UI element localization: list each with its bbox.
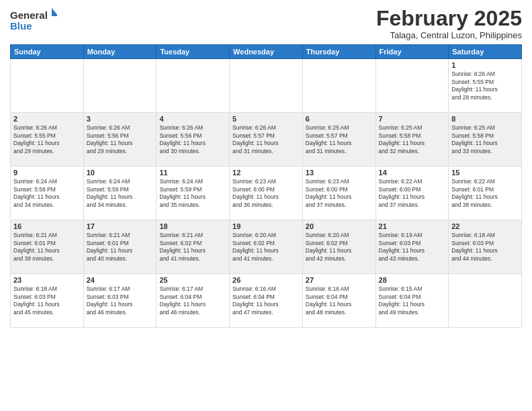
day-number: 15 — [451, 169, 519, 177]
col-header-saturday: Saturday — [449, 45, 522, 59]
day-number: 9 — [13, 169, 81, 177]
day-cell: 14Sunrise: 6:22 AMSunset: 6:00 PMDayligh… — [375, 167, 449, 220]
col-header-monday: Monday — [83, 45, 157, 59]
day-number: 28 — [379, 276, 446, 284]
month-title: February 2025 — [376, 7, 522, 30]
day-cell: 1Sunrise: 6:26 AMSunset: 5:55 PMDaylight… — [449, 59, 522, 113]
day-number: 25 — [159, 276, 226, 284]
day-cell: 24Sunrise: 6:17 AMSunset: 6:03 PMDayligh… — [83, 274, 157, 328]
day-info: Sunrise: 6:24 AMSunset: 5:58 PMDaylight:… — [13, 178, 81, 209]
day-info: Sunrise: 6:24 AMSunset: 5:59 PMDaylight:… — [87, 178, 154, 209]
day-number: 1 — [451, 61, 519, 69]
day-number: 23 — [13, 276, 81, 284]
col-header-friday: Friday — [375, 45, 449, 59]
day-cell: 22Sunrise: 6:18 AMSunset: 6:03 PMDayligh… — [449, 220, 522, 274]
day-cell: 11Sunrise: 6:24 AMSunset: 5:59 PMDayligh… — [157, 167, 230, 220]
day-number: 20 — [306, 222, 373, 230]
header: General Blue February 2025 Talaga, Centr… — [10, 7, 522, 40]
day-cell: 3Sunrise: 6:26 AMSunset: 5:56 PMDaylight… — [83, 113, 157, 167]
day-info: Sunrise: 6:16 AMSunset: 6:04 PMDaylight:… — [232, 285, 300, 316]
col-header-tuesday: Tuesday — [157, 45, 230, 59]
day-number: 12 — [232, 169, 300, 177]
day-cell: 13Sunrise: 6:23 AMSunset: 6:00 PMDayligh… — [302, 167, 375, 220]
col-header-thursday: Thursday — [302, 45, 375, 59]
day-info: Sunrise: 6:21 AMSunset: 6:01 PMDaylight:… — [87, 232, 154, 263]
day-number: 21 — [379, 222, 446, 230]
day-cell: 15Sunrise: 6:22 AMSunset: 6:01 PMDayligh… — [449, 167, 522, 220]
day-number: 17 — [87, 222, 154, 230]
day-cell — [302, 59, 375, 113]
day-number: 26 — [232, 276, 300, 284]
day-info: Sunrise: 6:18 AMSunset: 6:03 PMDaylight:… — [451, 232, 519, 263]
day-cell — [230, 59, 303, 113]
svg-text:Blue: Blue — [10, 20, 32, 32]
day-cell — [157, 59, 230, 113]
day-info: Sunrise: 6:23 AMSunset: 6:00 PMDaylight:… — [306, 178, 373, 209]
day-cell — [449, 274, 522, 328]
day-number: 3 — [87, 115, 154, 123]
day-cell — [11, 59, 84, 113]
day-number: 11 — [159, 169, 226, 177]
day-info: Sunrise: 6:21 AMSunset: 6:01 PMDaylight:… — [13, 232, 81, 263]
day-number: 4 — [159, 115, 226, 123]
day-cell: 27Sunrise: 6:16 AMSunset: 6:04 PMDayligh… — [302, 274, 375, 328]
day-info: Sunrise: 6:25 AMSunset: 5:58 PMDaylight:… — [451, 124, 519, 155]
logo: General Blue — [10, 7, 57, 34]
day-info: Sunrise: 6:24 AMSunset: 5:59 PMDaylight:… — [159, 178, 226, 209]
day-number: 10 — [87, 169, 154, 177]
day-number: 13 — [306, 169, 373, 177]
day-info: Sunrise: 6:26 AMSunset: 5:55 PMDaylight:… — [13, 124, 81, 155]
day-cell: 5Sunrise: 6:26 AMSunset: 5:57 PMDaylight… — [230, 113, 303, 167]
day-number: 7 — [379, 115, 446, 123]
day-cell — [83, 59, 157, 113]
day-number: 8 — [451, 115, 519, 123]
day-info: Sunrise: 6:15 AMSunset: 6:04 PMDaylight:… — [379, 285, 446, 316]
day-info: Sunrise: 6:17 AMSunset: 6:04 PMDaylight:… — [159, 285, 226, 316]
week-row-5: 23Sunrise: 6:18 AMSunset: 6:03 PMDayligh… — [11, 274, 522, 328]
day-info: Sunrise: 6:26 AMSunset: 5:57 PMDaylight:… — [232, 124, 300, 155]
day-cell: 23Sunrise: 6:18 AMSunset: 6:03 PMDayligh… — [11, 274, 84, 328]
day-cell: 9Sunrise: 6:24 AMSunset: 5:58 PMDaylight… — [11, 167, 84, 220]
title-block: February 2025 Talaga, Central Luzon, Phi… — [376, 7, 522, 40]
week-row-3: 9Sunrise: 6:24 AMSunset: 5:58 PMDaylight… — [11, 167, 522, 220]
col-header-wednesday: Wednesday — [230, 45, 303, 59]
page: General Blue February 2025 Talaga, Centr… — [0, 0, 532, 411]
day-number: 24 — [87, 276, 154, 284]
day-info: Sunrise: 6:21 AMSunset: 6:02 PMDaylight:… — [159, 232, 226, 263]
day-info: Sunrise: 6:16 AMSunset: 6:04 PMDaylight:… — [306, 285, 373, 316]
day-number: 6 — [306, 115, 373, 123]
day-number: 18 — [159, 222, 226, 230]
day-info: Sunrise: 6:20 AMSunset: 6:02 PMDaylight:… — [306, 232, 373, 263]
day-info: Sunrise: 6:26 AMSunset: 5:56 PMDaylight:… — [159, 124, 226, 155]
logo-svg: General Blue — [10, 7, 57, 34]
day-cell: 26Sunrise: 6:16 AMSunset: 6:04 PMDayligh… — [230, 274, 303, 328]
day-info: Sunrise: 6:20 AMSunset: 6:02 PMDaylight:… — [232, 232, 300, 263]
day-info: Sunrise: 6:22 AMSunset: 6:01 PMDaylight:… — [451, 178, 519, 209]
day-number: 14 — [379, 169, 446, 177]
day-number: 2 — [13, 115, 81, 123]
location: Talaga, Central Luzon, Philippines — [376, 30, 522, 40]
day-cell: 28Sunrise: 6:15 AMSunset: 6:04 PMDayligh… — [375, 274, 449, 328]
day-info: Sunrise: 6:26 AMSunset: 5:56 PMDaylight:… — [87, 124, 154, 155]
day-info: Sunrise: 6:25 AMSunset: 5:58 PMDaylight:… — [379, 124, 446, 155]
day-cell: 8Sunrise: 6:25 AMSunset: 5:58 PMDaylight… — [449, 113, 522, 167]
day-cell: 16Sunrise: 6:21 AMSunset: 6:01 PMDayligh… — [11, 220, 84, 274]
day-cell: 2Sunrise: 6:26 AMSunset: 5:55 PMDaylight… — [11, 113, 84, 167]
day-cell: 4Sunrise: 6:26 AMSunset: 5:56 PMDaylight… — [157, 113, 230, 167]
day-number: 19 — [232, 222, 300, 230]
week-row-1: 1Sunrise: 6:26 AMSunset: 5:55 PMDaylight… — [11, 59, 522, 113]
week-row-2: 2Sunrise: 6:26 AMSunset: 5:55 PMDaylight… — [11, 113, 522, 167]
day-info: Sunrise: 6:18 AMSunset: 6:03 PMDaylight:… — [13, 285, 81, 316]
day-number: 16 — [13, 222, 81, 230]
day-info: Sunrise: 6:19 AMSunset: 6:03 PMDaylight:… — [379, 232, 446, 263]
day-cell: 18Sunrise: 6:21 AMSunset: 6:02 PMDayligh… — [157, 220, 230, 274]
day-info: Sunrise: 6:26 AMSunset: 5:55 PMDaylight:… — [451, 71, 519, 101]
week-row-4: 16Sunrise: 6:21 AMSunset: 6:01 PMDayligh… — [11, 220, 522, 274]
day-cell: 7Sunrise: 6:25 AMSunset: 5:58 PMDaylight… — [375, 113, 449, 167]
day-cell — [375, 59, 449, 113]
day-info: Sunrise: 6:17 AMSunset: 6:03 PMDaylight:… — [87, 285, 154, 316]
svg-text:General: General — [10, 9, 48, 21]
day-number: 22 — [451, 222, 519, 230]
day-cell: 20Sunrise: 6:20 AMSunset: 6:02 PMDayligh… — [302, 220, 375, 274]
day-cell: 17Sunrise: 6:21 AMSunset: 6:01 PMDayligh… — [83, 220, 157, 274]
